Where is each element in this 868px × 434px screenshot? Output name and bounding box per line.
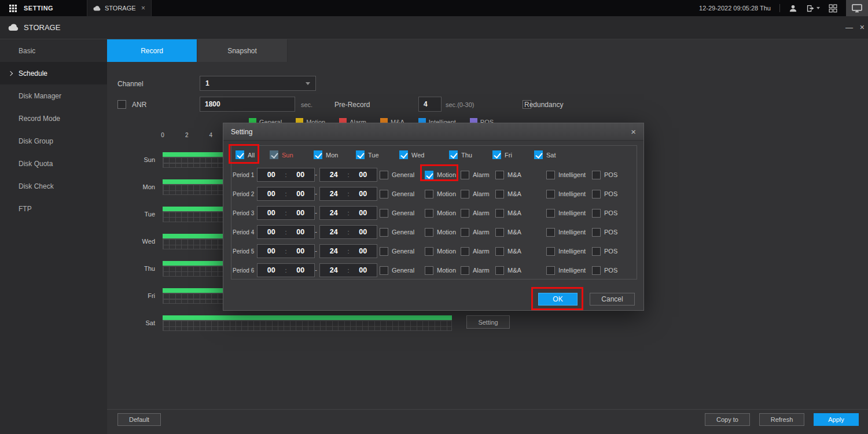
multi-screen-icon[interactable] [829, 4, 837, 13]
sidebar-item-disk-quota[interactable]: Disk Quota [0, 152, 107, 175]
topbar-tab-storage[interactable]: STORAGE × [87, 0, 152, 16]
checkbox-general[interactable] [380, 190, 388, 198]
setting-modal: Setting × AllSunMonTueWedThuFriSat Perio… [223, 123, 644, 311]
start-time-input[interactable]: 00:00 [257, 244, 315, 258]
sidebar: BasicScheduleDisk ManagerRecord ModeDisk… [0, 39, 107, 434]
schedule-cells[interactable] [163, 320, 452, 331]
time-separator: : [285, 209, 286, 216]
period-option-ma: M&A [495, 187, 521, 201]
time-separator: : [347, 267, 349, 274]
checkbox-pos[interactable] [592, 209, 601, 218]
checkbox-motion[interactable] [425, 190, 433, 198]
checkbox-intelligent[interactable] [546, 171, 555, 179]
checkbox-pos[interactable] [592, 247, 601, 256]
end-time-input[interactable]: 24:00 [319, 187, 377, 201]
start-time-input[interactable]: 00:00 [257, 168, 315, 182]
sidebar-item-disk-group[interactable]: Disk Group [0, 130, 107, 152]
end-time-input[interactable]: 24:00 [319, 168, 377, 182]
schedule-day-label: Wed [124, 238, 155, 245]
period-option-intelligent: Intelligent [546, 225, 586, 239]
sidebar-item-schedule[interactable]: Schedule [0, 62, 107, 84]
end-time-input[interactable]: 24:00 [319, 225, 377, 239]
sidebar-item-ftp[interactable]: FTP [0, 197, 107, 220]
default-button[interactable]: Default [117, 413, 161, 426]
copy-to-button[interactable]: Copy to [705, 413, 750, 426]
selected-arrow-icon [8, 71, 13, 75]
period-option-intelligent: Intelligent [546, 206, 586, 220]
checkbox-intelligent[interactable] [546, 266, 555, 275]
checkbox-intelligent[interactable] [546, 228, 555, 237]
end-hour: 24 [330, 171, 338, 179]
start-time-input[interactable]: 00:00 [257, 187, 315, 201]
apply-button[interactable]: Apply [814, 413, 859, 426]
end-time-input[interactable]: 24:00 [319, 244, 377, 258]
display-button[interactable] [846, 0, 868, 16]
checkbox-general[interactable] [380, 209, 388, 218]
checkbox-label: Alarm [473, 248, 490, 255]
checkbox-pos[interactable] [592, 228, 601, 237]
checkbox-label: General [392, 267, 414, 274]
checkbox-motion[interactable] [425, 171, 433, 179]
checkbox-intelligent[interactable] [546, 190, 555, 198]
schedule-setting-button[interactable]: Setting [466, 315, 510, 329]
checkbox-pos[interactable] [592, 266, 601, 275]
checkbox-motion[interactable] [425, 247, 433, 256]
start-minute: 00 [296, 171, 304, 179]
checkbox-alarm[interactable] [461, 209, 469, 218]
checkbox-alarm[interactable] [461, 228, 469, 237]
apps-grid-icon[interactable] [9, 5, 17, 12]
checkbox-intelligent[interactable] [546, 209, 555, 218]
checkbox-alarm[interactable] [461, 171, 469, 179]
checkbox-label: POS [604, 190, 617, 197]
start-time-input[interactable]: 00:00 [257, 263, 315, 277]
checkbox-ma[interactable] [495, 266, 504, 275]
minimize-button[interactable]: — [845, 23, 853, 32]
tab-close-icon[interactable]: × [141, 4, 145, 12]
sidebar-item-basic[interactable]: Basic [0, 39, 107, 62]
period-label: Period 1 [233, 172, 254, 178]
checkbox-intelligent[interactable] [546, 247, 555, 256]
checkbox-alarm[interactable] [461, 266, 469, 275]
end-time-input[interactable]: 24:00 [319, 263, 377, 277]
checkbox-ma[interactable] [495, 190, 504, 198]
refresh-button[interactable]: Refresh [759, 413, 804, 426]
checkbox-label: General [392, 248, 414, 255]
checkbox-ma[interactable] [495, 171, 504, 179]
checkbox-motion[interactable] [425, 266, 433, 275]
sidebar-item-record-mode[interactable]: Record Mode [0, 107, 107, 130]
period-row: Period 200:00-24:00GeneralMotionAlarmM&A… [223, 187, 645, 201]
checkbox-general[interactable] [380, 247, 388, 256]
checkbox-ma[interactable] [495, 228, 504, 237]
checkbox-alarm[interactable] [461, 247, 469, 256]
checkbox-general[interactable] [380, 171, 388, 179]
user-icon[interactable] [789, 4, 797, 13]
logout-button[interactable] [806, 4, 820, 13]
window-header: STORAGE — × [0, 16, 868, 39]
ok-button[interactable]: OK [538, 293, 578, 306]
cancel-button[interactable]: Cancel [590, 293, 635, 306]
time-separator: : [285, 229, 286, 236]
checkbox-ma[interactable] [495, 209, 504, 218]
close-button[interactable]: × [860, 23, 865, 32]
checkbox-label: M&A [507, 171, 521, 178]
end-minute: 00 [359, 171, 367, 179]
sidebar-item-disk-manager[interactable]: Disk Manager [0, 84, 107, 107]
checkbox-motion[interactable] [425, 209, 433, 218]
start-hour: 00 [267, 247, 275, 255]
period-row: Period 600:00-24:00GeneralMotionAlarmM&A… [223, 263, 645, 277]
period-label: Period 6 [233, 267, 254, 274]
end-time-input[interactable]: 24:00 [319, 206, 377, 220]
checkbox-general[interactable] [380, 266, 388, 275]
checkbox-motion[interactable] [425, 228, 433, 237]
checkbox-alarm[interactable] [461, 190, 469, 198]
checkbox-ma[interactable] [495, 247, 504, 256]
sidebar-item-disk-check[interactable]: Disk Check [0, 175, 107, 197]
end-minute: 00 [359, 228, 367, 236]
checkbox-pos[interactable] [592, 171, 601, 179]
period-row: Period 300:00-24:00GeneralMotionAlarmM&A… [223, 206, 645, 220]
start-hour: 00 [267, 209, 275, 217]
start-time-input[interactable]: 00:00 [257, 225, 315, 239]
checkbox-general[interactable] [380, 228, 388, 237]
start-time-input[interactable]: 00:00 [257, 206, 315, 220]
checkbox-pos[interactable] [592, 190, 601, 198]
